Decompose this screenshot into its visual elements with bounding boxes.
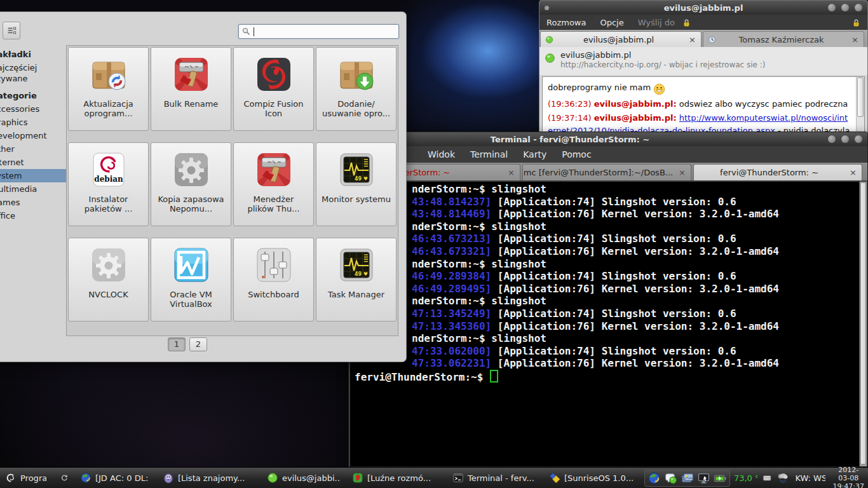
tray-battery-icon[interactable] (714, 471, 727, 485)
sidebar-item-games[interactable]: Games (0, 196, 66, 209)
menu-widok[interactable]: Widok (420, 149, 463, 159)
terminal-text: [Application:76] Kernel version: 3.2.0-1… (491, 245, 779, 257)
app-item-dodanie-[interactable]: Dodanie/usuwanie opro... (316, 47, 397, 131)
task-button-sunriseos-1-0[interactable]: [SunriseOS 1.0... (549, 472, 635, 484)
close-tab-icon[interactable]: × (503, 168, 520, 177)
app-item-oracle-vm[interactable]: Oracle VMVirtualBox (151, 238, 231, 322)
close-tab-icon[interactable]: × (674, 168, 691, 177)
sidebar-item-development[interactable]: Development (0, 129, 66, 142)
chat-tab-tomasz-ka-mierczak[interactable]: Tomasz Kaźmierczak× (703, 31, 864, 47)
weather-rain-icon[interactable] (776, 470, 789, 485)
app-item-instalator[interactable]: debianInstalatorpakietów ... (68, 142, 149, 226)
close-button[interactable] (855, 4, 862, 11)
app-item-label: Aktualizacjaoprogram... (69, 99, 148, 118)
minimize-button[interactable] (828, 4, 836, 11)
chat-tab-label: Tomasz Kaźmierczak (716, 35, 846, 44)
app-item-kopia-zapasowa[interactable]: Kopia zapasowaNepomu... (151, 142, 231, 226)
terminal-text: [Application:76] Kernel version: 3.2.0-1… (491, 320, 779, 332)
close-tab-icon[interactable]: × (846, 35, 864, 44)
app-item-label: Task Manager (316, 290, 396, 299)
app-item-monitor-systemu[interactable]: 49 ♥Monitor systemu (316, 142, 397, 226)
task-button-evilus-jabbi[interactable]: evilus@jabbi... (267, 472, 341, 484)
close-tab-icon[interactable]: × (844, 168, 862, 177)
sidebar-item-office[interactable]: Office (0, 209, 66, 222)
maximize-button[interactable] (841, 4, 849, 11)
terminal-tab-3[interactable]: fervi@ThunderStorm: ~× (693, 164, 862, 180)
app-item-compiz-fusion[interactable]: Compiz FusionIcon (233, 47, 314, 131)
psi-chat-icon (352, 472, 363, 484)
sidebar-item-system[interactable]: System (0, 169, 66, 182)
svg-text:49 ♥: 49 ♥ (354, 271, 367, 277)
text-caret (254, 27, 254, 36)
task-button-terminal-ferv[interactable]: Terminal - ferv... (452, 472, 538, 484)
terminal-line: fervi@ThunderStorm:~$ (350, 370, 859, 384)
app-item-aktualizacja[interactable]: Aktualizacjaoprogram... (68, 47, 149, 131)
maximize-button[interactable] (841, 135, 849, 143)
chat-scrollbar-thumb[interactable] (857, 78, 864, 117)
close-tab-icon[interactable]: × (684, 35, 701, 44)
terminal-scrollbar[interactable] (860, 182, 867, 466)
menu-pomoc[interactable]: Pomoc (554, 149, 599, 159)
message-text: dobreprogramy nie mam (548, 83, 653, 92)
terminal-line: nderStorm:~$ slingshot (350, 258, 859, 271)
monitor-icon: 49 ♥ (336, 149, 377, 190)
chat-titlebar[interactable]: evilus@jabbim.pl (539, 1, 867, 15)
grin-emoticon (653, 83, 665, 97)
sidebar-item-multimedia[interactable]: Multimedia (0, 182, 66, 196)
tray-display-icon[interactable] (697, 471, 710, 485)
terminal-output[interactable]: nderStorm:~$ slingshot43:48.814237] [App… (350, 182, 859, 466)
terminal-tab-2[interactable]: mc [fervi@ThunderStorm]:~/DosB...× (522, 164, 691, 180)
minimize-button[interactable] (828, 135, 836, 143)
terminal-titlebar[interactable]: Terminal - fervi@ThunderStorm: ~ (349, 132, 867, 146)
terminal-line: 43:48.814237] [Application:74] Slingshot… (350, 196, 859, 208)
taskbar: Programy [JD AC: 0 DL: 0... [Lista znajo… (0, 467, 868, 488)
show-desktop-button[interactable] (60, 473, 69, 484)
app-item-label: Compiz FusionIcon (234, 99, 313, 118)
tray-jd-globe-icon[interactable] (648, 471, 661, 485)
clock[interactable]: 2012-03-08 19:47:37 (833, 466, 864, 488)
sidebar-item-internet[interactable]: Internet (0, 156, 66, 169)
chat-message: dobreprogramy nie mam (548, 81, 851, 97)
chat-tab-evilus-jabbim-pl[interactable]: evilus@jabbim.pl× (540, 31, 702, 47)
task-button-lista-znajomy[interactable]: [Lista znajomy... (163, 472, 255, 484)
menu-terminal[interactable]: Terminal (463, 149, 515, 159)
desktop: { "launcher": { "search_value": "", "sid… (0, 0, 868, 488)
terminal-line: 46:49.289495] [Application:76] Kernel ve… (350, 283, 859, 295)
sidebar-item-other[interactable]: Other (0, 142, 66, 156)
app-item-bulk-rename[interactable]: Bulk Rename (151, 47, 231, 131)
applications-menu-button[interactable]: Programy (5, 472, 46, 484)
terminal-line: nderStorm:~$ slingshot (350, 220, 859, 233)
menu-wy-lij-do: Wyślij do (631, 18, 682, 27)
menu-rozmowa[interactable]: Rozmowa (539, 18, 593, 27)
app-item-label: Dodanie/usuwanie opro... (316, 99, 396, 118)
debian-icon: debian (88, 149, 129, 190)
terminal-text: [Application:74] Slingshot version: 0.6 (491, 196, 736, 208)
terminal-line: 43:48.814469] [Application:76] Kernel ve… (350, 208, 859, 220)
app-item-switchboard[interactable]: Switchboard (233, 238, 314, 322)
debian-logo-icon (5, 472, 17, 484)
tray-images-icon[interactable] (681, 471, 694, 485)
launcher-sidebar: ZakładkiNajczęściej używaneKategorieAcce… (0, 44, 66, 342)
sidebar-item-graphics[interactable]: Graphics (0, 116, 66, 129)
gear-dark-icon (171, 149, 212, 190)
view-toggle-button[interactable] (3, 22, 20, 39)
encryption-lock-icon[interactable] (682, 18, 691, 27)
page-button-1[interactable]: 1 (168, 337, 186, 351)
app-item-nvclock[interactable]: NVCLOCK (68, 238, 149, 322)
sidebar-item-accessories[interactable]: Accessories (0, 102, 66, 116)
tray-chat-bubble-icon[interactable] (664, 471, 677, 485)
disk-icon[interactable] (763, 472, 771, 484)
menu-opcje[interactable]: Opcje (593, 18, 630, 27)
sidebar-item-najcz-ciej-u-ywane[interactable]: Najczęściej używane (0, 61, 66, 85)
task-button-lu-ne-rozm[interactable]: [Luźne rozmó... (352, 472, 441, 484)
app-item-task-manager[interactable]: 49 ♥Task Manager (316, 238, 397, 322)
terminal-scrollbar-thumb[interactable] (860, 182, 866, 464)
package-add-icon (336, 54, 377, 95)
app-item-mened-er[interactable]: Menedżerplików Thu... (233, 142, 314, 226)
menu-karty[interactable]: Karty (515, 149, 554, 159)
task-button-jd-ac-0-dl-0[interactable]: [JD AC: 0 DL: 0... (80, 472, 151, 484)
search-input[interactable] (238, 24, 399, 39)
page-button-2[interactable]: 2 (189, 337, 207, 351)
status-green-icon (267, 472, 278, 484)
close-button[interactable] (855, 135, 862, 143)
